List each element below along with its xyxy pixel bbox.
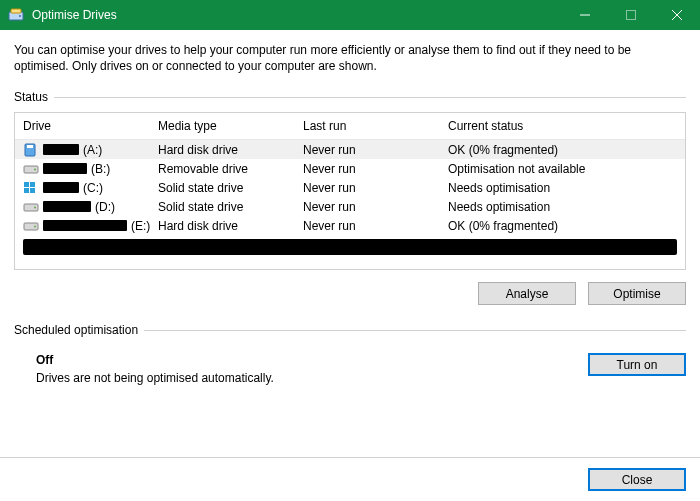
- media-type-cell: Solid state drive: [158, 200, 303, 214]
- col-media[interactable]: Media type: [158, 119, 303, 133]
- optimise-button[interactable]: Optimise: [588, 282, 686, 305]
- window-controls: [562, 0, 700, 30]
- footer: Close: [0, 457, 700, 501]
- table-row[interactable]: (B:)Removable driveNever runOptimisation…: [15, 159, 685, 178]
- last-run-cell: Never run: [303, 200, 448, 214]
- analyse-button[interactable]: Analyse: [478, 282, 576, 305]
- schedule-desc: Drives are not being optimised automatic…: [36, 371, 274, 385]
- table-row[interactable]: (E:)Hard disk driveNever runOK (0% fragm…: [15, 216, 685, 235]
- col-drive[interactable]: Drive: [23, 119, 158, 133]
- close-button[interactable]: [654, 0, 700, 30]
- app-icon: [8, 7, 24, 23]
- svg-rect-8: [27, 145, 33, 148]
- window-title: Optimise Drives: [32, 8, 562, 22]
- media-type-cell: Removable drive: [158, 162, 303, 176]
- redacted-area: [23, 239, 677, 255]
- svg-point-18: [34, 225, 36, 227]
- hdd-drive-icon: [23, 162, 39, 176]
- drive-name-cell: (A:): [23, 143, 158, 157]
- media-type-cell: Hard disk drive: [158, 219, 303, 233]
- svg-point-1: [19, 15, 21, 17]
- close-window-button[interactable]: Close: [588, 468, 686, 491]
- drive-letter: (E:): [131, 219, 150, 233]
- titlebar: Optimise Drives: [0, 0, 700, 30]
- col-lastrun[interactable]: Last run: [303, 119, 448, 133]
- svg-rect-11: [24, 182, 29, 187]
- col-status[interactable]: Current status: [448, 119, 677, 133]
- status-section-label: Status: [14, 90, 686, 104]
- drive-name-cell: (D:): [23, 200, 158, 214]
- drive-table: Drive Media type Last run Current status…: [14, 112, 686, 270]
- drive-table-header: Drive Media type Last run Current status: [15, 113, 685, 140]
- maximize-button[interactable]: [608, 0, 654, 30]
- drive-name-cell: (B:): [23, 162, 158, 176]
- current-status-cell: Needs optimisation: [448, 181, 677, 195]
- last-run-cell: Never run: [303, 219, 448, 233]
- table-row[interactable]: (C:)Solid state driveNever runNeeds opti…: [15, 178, 685, 197]
- svg-point-10: [34, 168, 36, 170]
- redacted-drive-label: [43, 144, 79, 155]
- drive-letter: (A:): [83, 143, 102, 157]
- svg-point-16: [34, 206, 36, 208]
- hdd-drive-icon: [23, 219, 39, 233]
- svg-rect-12: [30, 182, 35, 187]
- media-type-cell: Solid state drive: [158, 181, 303, 195]
- intro-text: You can optimise your drives to help you…: [14, 42, 686, 74]
- svg-rect-4: [627, 11, 636, 20]
- redacted-drive-label: [43, 163, 87, 174]
- current-status-cell: Optimisation not available: [448, 162, 677, 176]
- current-status-cell: Needs optimisation: [448, 200, 677, 214]
- table-row[interactable]: (A:)Hard disk driveNever runOK (0% fragm…: [15, 140, 685, 159]
- minimize-button[interactable]: [562, 0, 608, 30]
- svg-rect-14: [30, 188, 35, 193]
- redacted-drive-label: [43, 220, 127, 231]
- hdd-drive-icon: [23, 200, 39, 214]
- last-run-cell: Never run: [303, 143, 448, 157]
- redacted-drive-label: [43, 182, 79, 193]
- scheduled-section-label: Scheduled optimisation: [14, 323, 686, 337]
- drive-letter: (C:): [83, 181, 103, 195]
- current-status-cell: OK (0% fragmented): [448, 143, 677, 157]
- svg-rect-2: [11, 9, 21, 13]
- drive-letter: (D:): [95, 200, 115, 214]
- scheduled-label-text: Scheduled optimisation: [14, 323, 138, 337]
- schedule-state: Off: [36, 353, 274, 367]
- sd-drive-icon: [23, 143, 39, 157]
- turn-on-button[interactable]: Turn on: [588, 353, 686, 376]
- table-row[interactable]: (D:)Solid state driveNever runNeeds opti…: [15, 197, 685, 216]
- last-run-cell: Never run: [303, 181, 448, 195]
- drive-name-cell: (E:): [23, 219, 158, 233]
- media-type-cell: Hard disk drive: [158, 143, 303, 157]
- current-status-cell: OK (0% fragmented): [448, 219, 677, 233]
- status-label-text: Status: [14, 90, 48, 104]
- drive-name-cell: (C:): [23, 181, 158, 195]
- redacted-drive-label: [43, 201, 91, 212]
- svg-rect-13: [24, 188, 29, 193]
- last-run-cell: Never run: [303, 162, 448, 176]
- drive-letter: (B:): [91, 162, 110, 176]
- win-drive-icon: [23, 181, 39, 195]
